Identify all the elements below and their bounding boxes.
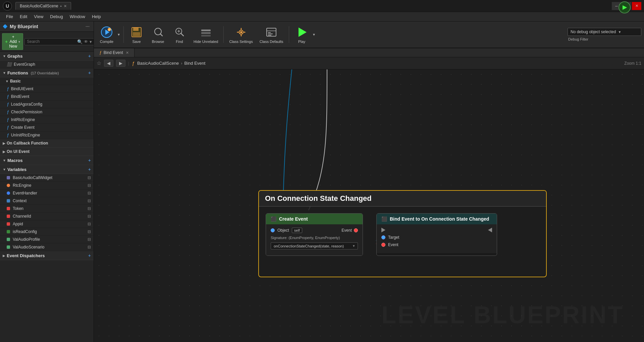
var-event-handler[interactable]: EventHandler ⊟ bbox=[0, 189, 94, 197]
back-button[interactable]: ◀ bbox=[104, 60, 113, 67]
compile-button[interactable]: ✓ Compile bbox=[97, 24, 117, 45]
tab-basic-audio[interactable]: BasicAudioCallScene • ✕ bbox=[15, 2, 71, 10]
panel-options-button[interactable]: ⋯ bbox=[84, 23, 91, 30]
hide-unrelated-button[interactable]: Hide Unrelated bbox=[191, 24, 221, 45]
add-new-button[interactable]: + + Add New ▾ bbox=[2, 33, 23, 50]
play-label: Play bbox=[298, 40, 305, 44]
canvas-watermark: LEVEL BLUEPRINT bbox=[381, 301, 624, 329]
signature-text: Signature: (EnumProperty, EnumProperty) bbox=[271, 236, 340, 240]
bind-event-body: Target Event bbox=[377, 224, 497, 253]
svg-rect-26 bbox=[268, 35, 271, 36]
func-icon-1: ƒ bbox=[7, 94, 9, 99]
save-button[interactable]: Save bbox=[126, 24, 147, 45]
chevron-down-icon[interactable]: ▾ bbox=[90, 39, 92, 44]
browse-button[interactable]: Browse bbox=[148, 24, 168, 45]
tab-close-icon[interactable]: ✕ bbox=[64, 4, 67, 8]
search-icon[interactable]: 🔍 bbox=[77, 39, 83, 44]
var-appid[interactable]: Appid ⊟ bbox=[0, 220, 94, 228]
play-button[interactable]: Play bbox=[292, 24, 312, 45]
close-window-button[interactable]: ✕ bbox=[632, 2, 641, 10]
var-basic-audio-call-widget[interactable]: BasicAudioCallWidget ⊟ bbox=[0, 174, 94, 182]
forward-button[interactable]: ▶ bbox=[116, 60, 125, 67]
macros-section-header[interactable]: ▼ Macros + bbox=[0, 156, 94, 165]
var-channel-id[interactable]: ChannelId ⊟ bbox=[0, 213, 94, 220]
debug-object-dropdown[interactable]: No debug object selected ▼ bbox=[568, 28, 641, 36]
bp-group-on-connection-state-changed: On Connection State Changed ⬛ Create Eve… bbox=[258, 190, 547, 277]
debug-selector: No debug object selected ▼ Debug Filter bbox=[568, 28, 641, 41]
add-search-row: + + Add New ▾ 🔍 👁 ▾ bbox=[0, 32, 94, 52]
class-settings-button[interactable]: Class Settings bbox=[226, 24, 255, 45]
variables-add-icon[interactable]: + bbox=[88, 167, 91, 172]
func-check-permission[interactable]: ƒ CheckPermission bbox=[0, 108, 94, 116]
menu-edit[interactable]: Edit bbox=[16, 13, 31, 20]
func-uninit-rtc-engine[interactable]: ƒ UnInitRtcEngine bbox=[0, 131, 94, 139]
func-label-5: Create Event bbox=[11, 125, 35, 130]
event-dropdown[interactable]: onConnectionStateChanged(state, reason) … bbox=[271, 242, 358, 249]
tab-x-icon[interactable]: ✕ bbox=[126, 51, 129, 55]
class-defaults-button[interactable]: Class Defaults bbox=[257, 24, 286, 45]
blueprint-header-icon: 🔷 bbox=[3, 24, 8, 29]
event-dispatchers-section-header[interactable]: ▶ Event Dispatchers + bbox=[0, 251, 94, 260]
event-label: Event bbox=[341, 228, 352, 233]
node-create-event[interactable]: ⬛ Create Event Object self Event bbox=[266, 213, 363, 256]
var-dot-8 bbox=[7, 238, 10, 241]
titlebar: U BasicAudioCallScene • ✕ ─ □ ✕ ▶ bbox=[0, 0, 644, 12]
menu-view[interactable]: View bbox=[31, 13, 47, 20]
var-rtc-engine[interactable]: RtcEngine ⊟ bbox=[0, 182, 94, 189]
event-dispatchers-arrow-icon: ▶ bbox=[3, 254, 5, 258]
graphs-add-icon[interactable]: + bbox=[88, 53, 91, 59]
bookmark-icon[interactable]: ☆ bbox=[97, 60, 101, 66]
var-is-read-config[interactable]: isReadConfig ⊟ bbox=[0, 228, 94, 236]
blueprint-canvas[interactable]: On Connection State Changed ⬛ Create Eve… bbox=[94, 69, 644, 342]
var-label-0: BasicAudioCallWidget bbox=[13, 175, 88, 180]
func-bind-event[interactable]: ƒ BindEvent bbox=[0, 93, 94, 101]
bp-group-body: ⬛ Create Event Object self Event bbox=[259, 207, 546, 263]
var-context[interactable]: Context ⊟ bbox=[0, 197, 94, 205]
var-label-8: ValAudioProfile bbox=[13, 237, 88, 242]
event-graph-item[interactable]: ⬛ EventGraph bbox=[0, 61, 94, 68]
functions-add-icon[interactable]: + bbox=[88, 70, 91, 75]
svg-rect-18 bbox=[201, 32, 211, 34]
var-label-6: Appid bbox=[13, 222, 88, 226]
menu-debug[interactable]: Debug bbox=[47, 13, 66, 20]
bind-event-tab[interactable]: ƒ Bind Event ✕ bbox=[94, 48, 135, 57]
functions-section-header[interactable]: ▼ Functions (17 Overridable) + bbox=[0, 68, 94, 77]
node-bind-event[interactable]: ⬛ Bind Event to On Connection State Chan… bbox=[376, 213, 497, 256]
left-panel: 🔷 My Blueprint ⋯ + + Add New ▾ 🔍 👁 ▾ bbox=[0, 21, 94, 342]
find-button[interactable]: Find bbox=[169, 24, 190, 45]
menu-file[interactable]: File bbox=[3, 13, 16, 20]
graphs-section-header[interactable]: ▼ Graphs + bbox=[0, 52, 94, 61]
var-token[interactable]: Token ⊟ bbox=[0, 205, 94, 213]
menu-help[interactable]: Help bbox=[89, 13, 104, 20]
bind-event-tab-label: Bind Event bbox=[104, 50, 123, 55]
create-event-body: Object self Event Signature: (EnumProper… bbox=[266, 224, 363, 255]
eye-icon[interactable]: 👁 bbox=[84, 39, 88, 44]
compile-label: Compile bbox=[100, 40, 113, 44]
svg-rect-24 bbox=[268, 32, 271, 33]
search-input[interactable] bbox=[27, 39, 77, 44]
func-set-basic-config[interactable]: ƒ Create Event bbox=[0, 124, 94, 131]
func-icon-2: ƒ bbox=[7, 102, 9, 107]
var-val-audio-profile[interactable]: ValAudioProfile ⊟ bbox=[0, 236, 94, 243]
target-label: Target bbox=[388, 235, 399, 240]
variables-section-header[interactable]: ▼ Variables + bbox=[0, 165, 94, 174]
tab-label: BasicAudioCallScene bbox=[20, 4, 58, 8]
on-callback-function-item[interactable]: ▶ On Callback Function bbox=[0, 139, 94, 148]
compile-arrow[interactable]: ▾ bbox=[117, 31, 121, 38]
menu-window[interactable]: Window bbox=[66, 13, 89, 20]
class-defaults-icon bbox=[265, 25, 278, 39]
event-dispatchers-add-icon[interactable]: + bbox=[88, 253, 91, 258]
panel-content: ▼ Graphs + ⬛ EventGraph ▼ Functions (17 … bbox=[0, 52, 94, 342]
dropdown-row[interactable]: onConnectionStateChanged(state, reason) … bbox=[271, 242, 358, 249]
on-ui-event-item[interactable]: ▶ On UI Event bbox=[0, 148, 94, 156]
macros-add-icon[interactable]: + bbox=[88, 158, 91, 163]
basic-subsection-header[interactable]: ▼ Basic bbox=[0, 77, 94, 85]
graphs-section-label: Graphs bbox=[7, 54, 88, 59]
func-bind-ui-event[interactable]: ƒ BindUIEvent bbox=[0, 85, 94, 93]
menubar: File Edit View Debug Window Help bbox=[0, 12, 644, 21]
save-icon bbox=[130, 25, 143, 39]
func-init-rtc-engine[interactable]: ƒ InitRtcEngine bbox=[0, 116, 94, 124]
func-load-agora-config[interactable]: ƒ LoadAgoraConfig bbox=[0, 101, 94, 108]
play-arrow[interactable]: ▾ bbox=[312, 31, 316, 38]
var-val-audio-scenario[interactable]: ValAudioScenario ⊟ bbox=[0, 243, 94, 251]
